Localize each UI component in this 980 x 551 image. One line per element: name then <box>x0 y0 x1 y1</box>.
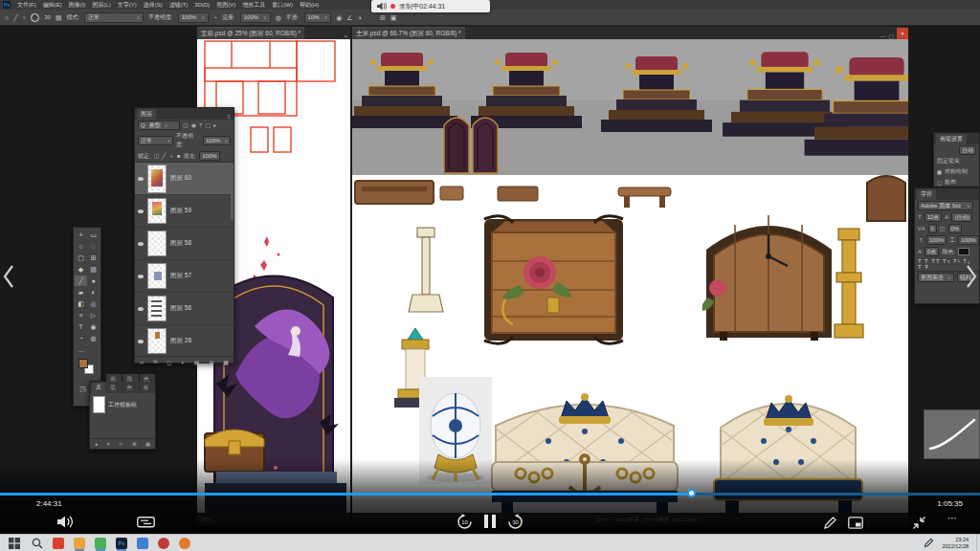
menu-item-filter[interactable]: 滤镜(T) <box>169 0 189 10</box>
angle-icon[interactable]: ∠ <box>346 14 352 21</box>
delete-item-icon[interactable]: ▦ <box>145 442 150 447</box>
adjustment-layer-icon[interactable]: ◐ <box>181 360 185 365</box>
maximize-icon[interactable]: ▢ <box>885 33 897 39</box>
tab-brush-settings[interactable]: 画笔设置 <box>936 134 967 144</box>
taskbar-app-wechat[interactable] <box>95 538 106 549</box>
heal-tool-icon[interactable]: ▨ <box>87 264 100 275</box>
layer-row[interactable]: 图层 57 <box>135 260 234 293</box>
menu-item-type[interactable]: 文字(Y) <box>118 0 137 10</box>
filter-icon[interactable]: ▾ <box>107 442 110 447</box>
blur-tool-icon[interactable]: ◎ <box>87 298 100 309</box>
danmaku-icon[interactable] <box>137 517 155 529</box>
brush-option-row[interactable]: 对称绘制 <box>945 167 968 176</box>
filter-smart-icon[interactable]: ▸ <box>213 122 216 128</box>
tab-library[interactable]: 库 <box>92 383 105 393</box>
taskbar-app-files[interactable] <box>74 538 85 549</box>
menu-item-help[interactable]: 帮助(H) <box>300 0 319 10</box>
leading-select[interactable]: (自动) <box>951 212 972 222</box>
layer-visibility-icon[interactable] <box>138 307 144 311</box>
layer-thumbnail[interactable] <box>147 231 167 256</box>
foreground-color-swatch[interactable] <box>78 359 88 368</box>
marquee-tool-icon[interactable]: ▭ <box>87 230 100 240</box>
airbrush-icon[interactable]: ◍ <box>276 14 281 21</box>
kerning-select[interactable]: 0 <box>928 224 937 233</box>
layer-mask-icon[interactable]: ◻ <box>167 360 171 365</box>
layer-thumbnail[interactable] <box>147 263 167 289</box>
select-tool-icon[interactable]: ◌ <box>87 241 100 252</box>
quick-mask-icon[interactable]: ◳ <box>79 386 86 392</box>
language-select[interactable]: 美国英语∨ <box>918 273 954 282</box>
pressure-opacity-icon[interactable]: ◔ <box>213 14 217 21</box>
player-progress-track[interactable] <box>0 493 980 496</box>
sync-icon[interactable]: ● <box>95 442 98 447</box>
canvas-zhuping[interactable] <box>352 39 908 513</box>
spacing-select[interactable]: 0% <box>948 224 963 233</box>
edit-toolbar-icon[interactable]: … <box>75 344 87 355</box>
flow-select[interactable]: 100%∨ <box>240 12 271 23</box>
blend-mode-select[interactable]: 正常∨ <box>84 12 144 23</box>
document-tab-baoxiang[interactable]: 宝箱.psd @ 25% (图层 60, RGB/8) * <box>197 27 304 39</box>
layer-thumbnail[interactable] <box>147 198 167 224</box>
touch-keyboard-pen-icon[interactable] <box>924 538 934 548</box>
tab-layers[interactable]: 图层 <box>137 109 156 120</box>
zoom-level[interactable]: 25% <box>201 517 212 522</box>
menu-item-3d[interactable]: 3D(D) <box>194 0 210 10</box>
annotate-pencil-icon[interactable] <box>823 516 837 530</box>
filter-adjust-icon[interactable]: ◉ <box>191 122 196 128</box>
layer-visibility-icon[interactable] <box>138 177 144 181</box>
brush-option-row[interactable]: 固定笔尖 <box>937 157 960 165</box>
layer-row[interactable]: 图层 28 <box>135 325 234 356</box>
layer-thumbnail[interactable] <box>147 165 167 193</box>
layer-blend-mode-select[interactable]: 正常∨ <box>138 136 173 145</box>
brush-tool-icon[interactable]: ╱ <box>75 276 87 286</box>
filter-type-icon[interactable]: T <box>199 122 203 128</box>
gradient-tool-icon[interactable]: ◧ <box>75 298 87 309</box>
start-button[interactable] <box>9 538 20 549</box>
volume-icon[interactable] <box>57 516 75 528</box>
menu-item-image[interactable]: 图像(I) <box>69 0 86 10</box>
filter-pixel-icon[interactable]: ◫ <box>183 122 189 128</box>
brush-preview-icon[interactable] <box>31 13 39 22</box>
new-item-icon[interactable]: ⊞ <box>132 442 136 447</box>
layer-visibility-icon[interactable] <box>138 275 144 278</box>
layers-scrollbar[interactable] <box>231 163 234 220</box>
library-item[interactable]: 工作模板组 <box>90 393 155 414</box>
taskbar-clock[interactable]: 23:24 2022/12/28 <box>942 537 969 549</box>
shape-tool-icon[interactable]: ◉ <box>87 321 100 332</box>
workspace-icon[interactable]: ▣ <box>390 14 397 21</box>
filter-shape-icon[interactable]: ▢ <box>206 122 212 128</box>
hand-tool-icon[interactable]: ◔ <box>75 333 87 343</box>
document-tab-zhuping[interactable]: 主屏.psd @ 66.7% (图层 60, RGB/8) * <box>352 27 465 39</box>
player-progress-handle[interactable] <box>687 489 696 497</box>
history-brush-tool-icon[interactable]: ▰ <box>75 287 87 298</box>
vertical-scale-field[interactable]: 100% <box>926 235 947 245</box>
pen-tool-icon[interactable]: ≡ <box>75 310 87 320</box>
search-icon[interactable] <box>32 538 43 549</box>
chevron-down-icon[interactable]: ∨ <box>22 14 26 20</box>
tab-swatches[interactable]: 色板 <box>140 374 155 393</box>
layer-visibility-icon[interactable] <box>138 209 144 213</box>
move-tool-icon[interactable]: + <box>75 230 87 240</box>
text-color-swatch[interactable] <box>958 248 969 255</box>
menu-item-plugins[interactable]: 增效工具 <box>242 0 265 10</box>
layer-row[interactable]: 图层 56 <box>135 293 234 325</box>
lasso-tool-icon[interactable]: ○ <box>75 241 87 252</box>
brush-settings-toggle-icon[interactable]: ▤ <box>56 14 62 21</box>
status-zoom-level[interactable]: 25% <box>352 517 608 522</box>
layer-group-icon[interactable]: ▤ <box>194 360 200 365</box>
forward-30-icon[interactable]: 30 <box>507 514 523 530</box>
taskbar-app-blue[interactable] <box>137 538 148 549</box>
layer-style-icon[interactable]: fx <box>153 360 157 365</box>
checkbox-icon[interactable]: ◻ <box>937 180 942 186</box>
rewind-10-icon[interactable]: 10 <box>457 514 473 530</box>
layer-thumbnail[interactable] <box>147 296 167 321</box>
frame-tool-icon[interactable]: ⊞ <box>87 253 100 263</box>
layer-fill-select[interactable]: 100% <box>199 151 219 161</box>
smoothing-gear-icon[interactable]: ◉ <box>336 14 342 21</box>
opacity-select[interactable]: 100%∨ <box>178 12 209 23</box>
microphone-speaker-icon[interactable] <box>377 2 387 11</box>
eraser-tool-icon[interactable]: ◐ <box>87 287 100 298</box>
previous-chevron-icon[interactable] <box>2 264 15 289</box>
eyedropper-tool-icon[interactable]: ◆ <box>75 264 87 275</box>
pause-button[interactable] <box>483 515 497 528</box>
